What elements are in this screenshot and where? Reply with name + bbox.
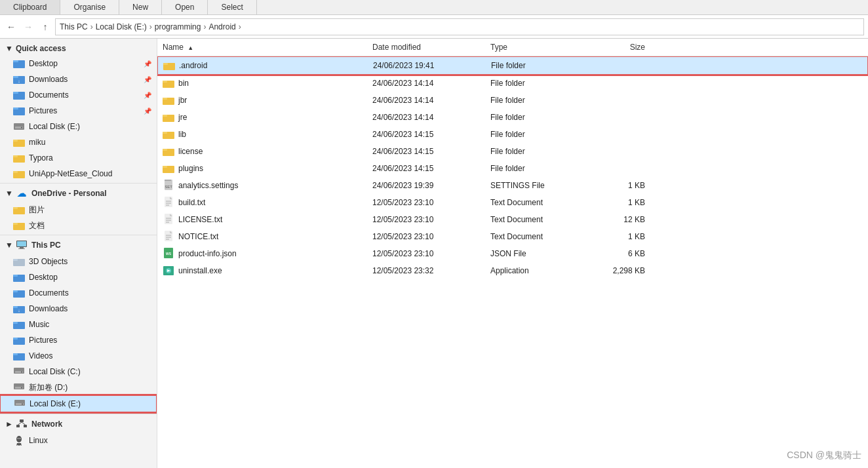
- folder-download-icon: ↓: [13, 73, 25, 85]
- sidebar-item-c-drive[interactable]: Local Disk (C:): [0, 364, 157, 380]
- sidebar-item-documents-qa[interactable]: Documents 📌: [0, 87, 157, 103]
- table-row[interactable]: plugins 24/06/2023 14:15 File folder: [157, 160, 868, 177]
- breadcrumb[interactable]: This PC › Local Disk (E:) › programming …: [55, 18, 864, 35]
- table-row[interactable]: jbr 24/06/2023 14:14 File folder: [157, 92, 868, 109]
- pin-icon-documents: 📌: [144, 92, 151, 99]
- sidebar-item-desktop-qa[interactable]: Desktop 📌: [0, 56, 157, 71]
- folder-video-icon: [13, 350, 25, 362]
- col-header-name[interactable]: Name ▲: [157, 41, 367, 53]
- table-row[interactable]: uninstall.exe 12/05/2023 23:32 Applicati…: [157, 262, 868, 279]
- ribbon-tab-organise[interactable]: Organise: [60, 0, 119, 14]
- file-date-cell: 24/06/2023 14:14: [367, 94, 485, 106]
- back-button[interactable]: ←: [4, 20, 18, 34]
- col-header-date[interactable]: Date modified: [367, 41, 485, 53]
- svg-rect-61: [163, 81, 167, 83]
- col-header-type[interactable]: Type: [485, 41, 590, 53]
- up-button[interactable]: ↑: [38, 20, 52, 34]
- svg-rect-15: [13, 155, 18, 157]
- file-name-cell: .android: [158, 58, 368, 73]
- sidebar-item-miku[interactable]: miku: [0, 134, 157, 150]
- exe-file-icon: [163, 265, 174, 277]
- sidebar-item-desktop-pc[interactable]: Desktop: [0, 269, 157, 285]
- sidebar-item-e-drive[interactable]: Local Disk (E:): [0, 395, 157, 412]
- sidebar-item-documents-pc[interactable]: Documents: [0, 285, 157, 301]
- sidebar-label-downloads-qa: Downloads: [29, 75, 68, 84]
- col-header-size[interactable]: Size: [590, 41, 656, 53]
- folder-icon: [163, 146, 174, 157]
- folder-pics-icon: [13, 105, 25, 117]
- table-row[interactable]: LICENSE.txt 12/05/2023 23:10 Text Docume…: [157, 211, 868, 228]
- sidebar-network-header[interactable]: ► Network: [0, 416, 157, 433]
- onedrive-icon: ☁: [16, 187, 28, 199]
- sidebar-item-typora[interactable]: Typora: [0, 150, 157, 166]
- file-size-cell: [590, 82, 656, 85]
- sidebar-item-videos-pc[interactable]: Videos: [0, 348, 157, 364]
- forward-button[interactable]: →: [21, 20, 35, 34]
- file-size-cell: [591, 64, 656, 67]
- svg-rect-19: [13, 207, 18, 209]
- sidebar-item-uniapp[interactable]: UniApp-NetEase_Cloud: [0, 166, 157, 182]
- breadcrumb-localdisk[interactable]: Local Disk (E:): [96, 22, 147, 31]
- svg-text:SET: SET: [165, 185, 172, 189]
- table-row[interactable]: lib 24/06/2023 14:15 File folder: [157, 126, 868, 143]
- table-row[interactable]: .android 24/06/2023 19:41 File folder: [157, 56, 868, 75]
- table-row[interactable]: bin 24/06/2023 14:14 File folder: [157, 75, 868, 92]
- sidebar-item-localdisk-qa[interactable]: Local Disk (E:): [0, 119, 157, 134]
- sidebar-label-pictures-od: 图片: [29, 205, 45, 216]
- ribbon-tab-clipboard[interactable]: Clipboard: [0, 0, 60, 14]
- drive-c-icon: [13, 366, 25, 378]
- chevron-down-icon-od: ▼: [5, 189, 13, 198]
- sidebar-quickaccess-header[interactable]: ▼ Quick access: [0, 41, 157, 56]
- file-date-cell: 24/06/2023 14:15: [367, 146, 485, 157]
- ribbon-tab-new[interactable]: New: [119, 0, 162, 14]
- file-name-label: build.txt: [178, 198, 205, 207]
- settings-file-icon: SET: [163, 180, 174, 191]
- ribbon-tab-open[interactable]: Open: [162, 0, 208, 14]
- sidebar-item-pictures-pc[interactable]: Pictures: [0, 332, 157, 348]
- breadcrumb-android[interactable]: Android: [208, 22, 235, 31]
- address-bar: ← → ↑ This PC › Local Disk (E:) › progra…: [0, 15, 868, 39]
- file-type-cell: Text Document: [485, 214, 590, 225]
- sidebar-item-docs-od[interactable]: 文档: [0, 218, 157, 233]
- file-date-cell: 12/05/2023 23:10: [367, 197, 485, 208]
- table-row[interactable]: WS product-info.json 12/05/2023 23:10 JS…: [157, 245, 868, 262]
- sidebar-divider-2: [0, 235, 157, 235]
- file-name-label: analytics.settings: [178, 181, 238, 190]
- drive-e-qa-icon: [13, 121, 25, 132]
- sidebar-thispc-header[interactable]: ▼ This PC: [0, 237, 157, 254]
- breadcrumb-programming[interactable]: programming: [155, 22, 201, 31]
- file-name-label: NOTICE.txt: [178, 232, 218, 241]
- sidebar-item-music-pc[interactable]: Music: [0, 317, 157, 332]
- sidebar-item-downloads-qa[interactable]: ↓ Downloads 📌: [0, 71, 157, 87]
- sidebar-item-pictures-qa[interactable]: Pictures 📌: [0, 103, 157, 119]
- json-file-icon: WS: [163, 248, 174, 260]
- folder-music-icon: [13, 319, 25, 330]
- file-type-cell: Text Document: [485, 197, 590, 208]
- text-file-icon: [163, 214, 174, 225]
- table-row[interactable]: jre 24/06/2023 14:14 File folder: [157, 109, 868, 126]
- breadcrumb-thispc[interactable]: This PC: [60, 22, 88, 31]
- table-row[interactable]: NOTICE.txt 12/05/2023 23:10 Text Documen…: [157, 228, 868, 245]
- table-row[interactable]: license 24/06/2023 14:15 File folder: [157, 143, 868, 160]
- file-date-cell: 24/06/2023 14:15: [367, 128, 485, 140]
- svg-rect-33: [13, 306, 18, 308]
- sidebar-label-docs-od: 文档: [29, 220, 45, 231]
- sidebar-item-pictures-od[interactable]: 图片: [0, 202, 157, 218]
- sidebar-item-3dobjects[interactable]: 3D Objects: [0, 254, 157, 269]
- sidebar-item-d-drive[interactable]: 新加卷 (D:): [0, 380, 157, 395]
- table-row[interactable]: build.txt 12/05/2023 23:10 Text Document…: [157, 194, 868, 211]
- sidebar-label-3d: 3D Objects: [29, 257, 68, 266]
- sidebar-item-linux[interactable]: Linux: [0, 433, 157, 448]
- sidebar-onedrive-header[interactable]: ▼ ☁ OneDrive - Personal: [0, 185, 157, 202]
- sidebar-item-downloads-pc[interactable]: ↓ Downloads: [0, 301, 157, 317]
- sidebar-quickaccess-label: Quick access: [16, 44, 66, 53]
- sidebar-divider-3: [0, 414, 157, 414]
- ribbon-tab-select[interactable]: Select: [208, 0, 256, 14]
- folder-pics-pc-icon: [13, 334, 25, 346]
- file-type-cell: File folder: [485, 77, 590, 89]
- svg-line-53: [18, 422, 22, 425]
- sidebar-label-typora: Typora: [29, 153, 53, 163]
- file-date-cell: 24/06/2023 14:15: [367, 163, 485, 174]
- table-row[interactable]: SET analytics.settings 24/06/2023 19:39 …: [157, 177, 868, 194]
- folder-icon: [163, 60, 175, 71]
